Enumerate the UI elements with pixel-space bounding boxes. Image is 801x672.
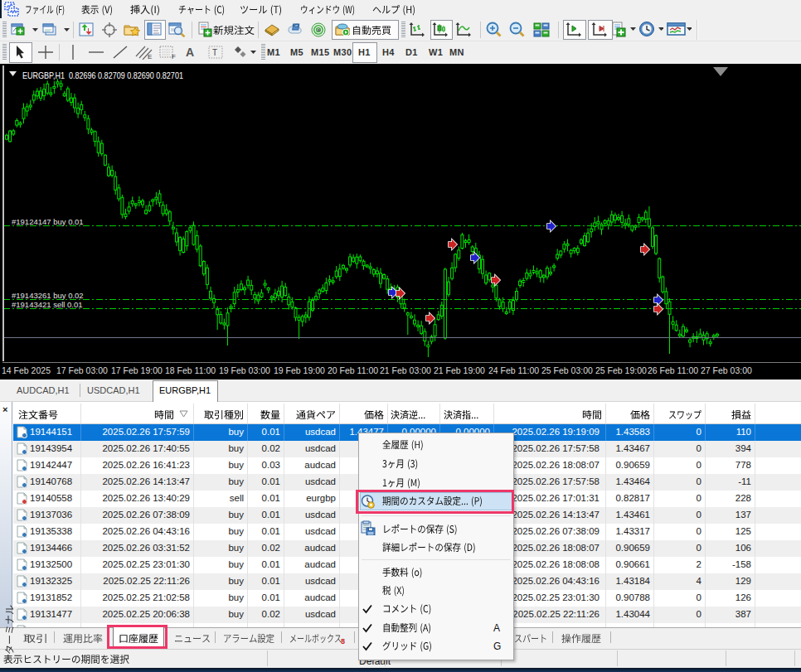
- svg-text:F: F: [172, 53, 176, 60]
- svg-text:E: E: [148, 53, 152, 60]
- svg-text:T: T: [212, 48, 217, 57]
